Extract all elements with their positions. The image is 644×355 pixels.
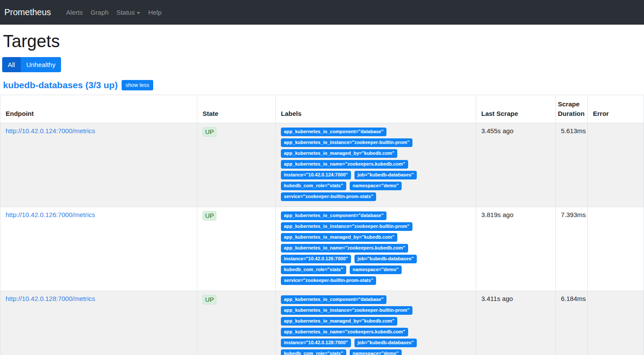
- col-header-scrape-duration: Scrape Duration: [556, 95, 588, 123]
- state-cell: UP: [197, 207, 276, 291]
- endpoint-link[interactable]: http://10.42.0.126:7000/metrics: [6, 211, 95, 218]
- endpoint-link[interactable]: http://10.42.0.128:7000/metrics: [6, 295, 95, 302]
- table-row: http://10.42.0.128:7000/metrics UP app_k…: [0, 291, 644, 355]
- chevron-down-icon: [137, 12, 140, 14]
- brand-prometheus[interactable]: Prometheus: [4, 7, 51, 17]
- label-badge: kubedb_com_role="stats": [281, 265, 346, 274]
- col-header-error: Error: [588, 95, 644, 123]
- col-header-state: State: [197, 95, 276, 123]
- error-cell: [588, 207, 644, 291]
- label-badge: app_kubernetes_io_component="database": [281, 295, 386, 304]
- col-header-last-scrape: Last Scrape: [476, 95, 556, 123]
- targets-table-header: Endpoint State Labels Last Scrape Scrape…: [0, 95, 644, 123]
- label-badge: kubedb_com_role="stats": [281, 182, 346, 190]
- label-badge: app_kubernetes_io_instance="zookeeper-bu…: [281, 306, 412, 315]
- nav-item-graph[interactable]: Graph: [87, 5, 113, 19]
- label-badge: job="kubedb-databases": [354, 171, 417, 179]
- label-badge: namespace="demo": [350, 265, 402, 274]
- label-badge: app_kubernetes_io_managed_by="kubedb.com…: [281, 317, 397, 326]
- state-cell: UP: [197, 123, 276, 207]
- label-badge: app_kubernetes_io_instance="zookeeper-bu…: [281, 138, 412, 147]
- label-badge: app_kubernetes_io_managed_by="kubedb.com…: [281, 149, 397, 158]
- last-scrape-cell: 3.819s ago: [476, 207, 556, 291]
- last-scrape-cell: 3.411s ago: [476, 291, 556, 355]
- nav-item-status-label: Status: [116, 9, 135, 16]
- scrape-duration-cell: 6.184ms: [556, 291, 588, 355]
- targets-table: Endpoint State Labels Last Scrape Scrape…: [0, 95, 644, 355]
- status-badge: UP: [203, 295, 216, 305]
- label-badge: job="kubedb-databases": [354, 255, 417, 263]
- last-scrape-cell: 3.455s ago: [476, 123, 556, 207]
- status-badge: UP: [203, 211, 216, 221]
- label-badge: app_kubernetes_io_component="database": [281, 128, 386, 136]
- label-badge: service="zookeeper-builtin-prom-stats": [281, 192, 376, 201]
- top-navbar: Prometheus Alerts Graph Status Help: [0, 0, 644, 25]
- nav-item-status-dropdown[interactable]: Status: [113, 5, 145, 19]
- nav-item-help[interactable]: Help: [144, 5, 165, 19]
- label-badge: service="zookeeper-builtin-prom-stats": [281, 276, 376, 285]
- main-content: Targets All Unhealthy kubedb-databases (…: [0, 32, 644, 355]
- labels-cell: app_kubernetes_io_component="database" a…: [276, 207, 476, 291]
- state-filter-group: All Unhealthy: [2, 57, 61, 72]
- label-badge: kubedb_com_role="stats": [281, 349, 346, 355]
- state-cell: UP: [197, 291, 276, 355]
- scrape-duration-cell: 5.613ms: [556, 123, 588, 207]
- labels-cell: app_kubernetes_io_component="database" a…: [276, 123, 476, 207]
- labels-cell: app_kubernetes_io_component="database" a…: [276, 291, 476, 355]
- page-title: Targets: [0, 32, 644, 51]
- label-badge: instance="10.42.0.128:7000": [281, 339, 351, 347]
- label-badge: app_kubernetes_io_instance="zookeeper-bu…: [281, 222, 412, 231]
- label-badge: namespace="demo": [350, 182, 402, 190]
- label-badge: app_kubernetes_io_name="zookeepers.kubed…: [281, 244, 408, 253]
- filter-unhealthy-button[interactable]: Unhealthy: [21, 57, 61, 72]
- endpoint-link[interactable]: http://10.42.0.124:7000/metrics: [6, 127, 95, 134]
- label-badge: app_kubernetes_io_component="database": [281, 211, 386, 220]
- job-header-row: kubedb-databases (3/3 up) show less: [0, 80, 644, 90]
- label-badge: namespace="demo": [350, 349, 402, 355]
- col-header-labels: Labels: [276, 95, 476, 123]
- label-badge: app_kubernetes_io_name="zookeepers.kubed…: [281, 160, 408, 169]
- job-title[interactable]: kubedb-databases (3/3 up): [3, 80, 118, 90]
- status-badge: UP: [203, 127, 216, 137]
- endpoint-cell: http://10.42.0.124:7000/metrics: [0, 123, 197, 207]
- scrape-duration-cell: 7.393ms: [556, 207, 588, 291]
- label-badge: app_kubernetes_io_name="zookeepers.kubed…: [281, 328, 408, 336]
- table-row: http://10.42.0.124:7000/metrics UP app_k…: [0, 123, 644, 207]
- label-badge: app_kubernetes_io_managed_by="kubedb.com…: [281, 233, 397, 242]
- endpoint-cell: http://10.42.0.128:7000/metrics: [0, 291, 197, 355]
- label-badge: instance="10.42.0.126:7000": [281, 255, 351, 263]
- error-cell: [588, 291, 644, 355]
- nav-item-alerts[interactable]: Alerts: [62, 5, 87, 19]
- label-badge: job="kubedb-databases": [354, 339, 417, 347]
- filter-all-button[interactable]: All: [2, 57, 21, 72]
- table-row: http://10.42.0.126:7000/metrics UP app_k…: [0, 207, 644, 291]
- show-less-button[interactable]: show less: [122, 80, 153, 90]
- col-header-endpoint: Endpoint: [0, 95, 197, 123]
- error-cell: [588, 123, 644, 207]
- label-badge: instance="10.42.0.124:7000": [281, 171, 351, 179]
- endpoint-cell: http://10.42.0.126:7000/metrics: [0, 207, 197, 291]
